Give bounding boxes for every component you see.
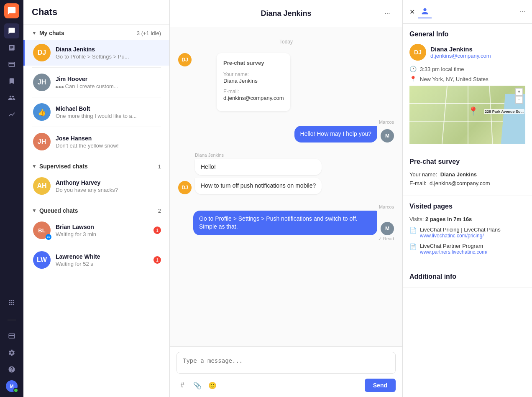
chat-item-brian-lawson[interactable]: BL m Brian Lawson Waiting for 3 min 1 bbox=[23, 217, 169, 243]
page-item-details-0: LiveChat Pricing | LiveChat Plans www.li… bbox=[420, 226, 501, 239]
panel-user-avatar: DJ bbox=[409, 44, 426, 61]
nav-analytics-icon[interactable] bbox=[4, 107, 19, 122]
chat-preview-anthony-harvey: Do you have any snacks? bbox=[56, 187, 161, 193]
msg-group-2: Diana Jenkins DJ Hello! How to turn off … bbox=[178, 153, 394, 194]
chats-sidebar: Chats ▼ My chats 3 (+1 idle) DJ Diana Je… bbox=[23, 0, 170, 397]
chat-item-jim-hoover[interactable]: JH Jim Hoover Can I create custom... bbox=[23, 69, 169, 95]
visited-pages-section: Visited pages Visits: 2 pages in 7m 16s … bbox=[403, 196, 532, 266]
user-info-row: DJ Diana Jenkins d.jenkins@company.com bbox=[409, 44, 525, 61]
local-time-value: 3:33 pm local time bbox=[420, 66, 464, 72]
nav-bookmarks-icon[interactable] bbox=[4, 74, 19, 89]
nav-apps-icon[interactable] bbox=[4, 295, 19, 310]
msg-row-1: M Hello! How may I help you? bbox=[178, 126, 394, 143]
unread-badge-brian-lawson: 1 bbox=[153, 226, 161, 234]
page-item-0: 📄 LiveChat Pricing | LiveChat Plans www.… bbox=[409, 226, 525, 239]
page-title-1: LiveChat Partner Program bbox=[420, 243, 487, 249]
additional-info-title: Additional info bbox=[409, 273, 525, 280]
avatar-diana-1: DJ bbox=[178, 181, 192, 194]
chat-preview-michael-bolt: One more thing I would like to a... bbox=[56, 113, 161, 119]
attachment-icon[interactable]: 📎 bbox=[192, 379, 203, 391]
chat-info-anthony-harvey: Anthony Harvey Do you have any snacks? bbox=[56, 179, 161, 193]
page-item-details-1: LiveChat Partner Program www.partners.li… bbox=[420, 243, 487, 255]
chat-item-jose-hansen[interactable]: JH Jose Hansen Don't eat the yellow snow… bbox=[23, 129, 169, 155]
map-address-label: 228 Park Avenue So... bbox=[484, 109, 524, 114]
chat-name-jim-hoover: Jim Hoover bbox=[56, 76, 161, 82]
divider-3 bbox=[32, 127, 161, 127]
emoji-icon[interactable]: 🙂 bbox=[207, 379, 218, 391]
my-chats-collapse-arrow[interactable]: ▼ bbox=[32, 30, 37, 36]
nav-help-icon[interactable] bbox=[4, 362, 19, 377]
page-url-0[interactable]: www.livechatinc.com/pricing/ bbox=[420, 233, 501, 239]
clock-icon: 🕐 bbox=[409, 66, 417, 72]
read-receipt: ✓ Read bbox=[178, 236, 394, 242]
supervised-chats-collapse-arrow[interactable]: ▼ bbox=[32, 163, 37, 169]
toolbar-icons: # 📎 🙂 bbox=[176, 379, 218, 391]
map-zoom-controls: + − bbox=[515, 88, 523, 104]
nav-tickets-icon[interactable] bbox=[4, 57, 19, 72]
visited-pages-title: Visited pages bbox=[409, 203, 525, 210]
nav-settings-icon[interactable] bbox=[4, 345, 19, 360]
send-button[interactable]: Send bbox=[365, 379, 396, 392]
chat-preview-jim-hoover: Can I create custom... bbox=[56, 83, 161, 89]
chat-more-options-button[interactable]: ··· bbox=[381, 7, 394, 20]
chat-name-lawrence-white: Lawrence White bbox=[56, 253, 148, 260]
survey-email-label: E-mail: bbox=[223, 89, 239, 94]
msg-row-3: M Go to Profile > Settings > Push notifi… bbox=[178, 211, 394, 235]
survey-info: Your name: Diana Jenkins E-mail: d.jenki… bbox=[409, 171, 525, 186]
chat-toolbar: # 📎 🙂 Send bbox=[176, 379, 396, 392]
date-divider: Today bbox=[178, 39, 394, 45]
pre-chat-survey-section: Pre-chat survey Your name: Diana Jenkins… bbox=[403, 151, 532, 196]
msg-bubble-1: Hello! How may I help you? bbox=[294, 126, 377, 143]
chat-item-lawrence-white[interactable]: LW Lawrence White Waiting for 52 s 1 bbox=[23, 247, 169, 273]
chat-item-michael-bolt[interactable]: 👍 Michael Bolt One more thing I would li… bbox=[23, 99, 169, 125]
queued-chats-collapse-arrow[interactable]: ▼ bbox=[32, 208, 37, 214]
chat-item-diana-jenkins[interactable]: DJ Diana Jenkins Go to Profile > Setting… bbox=[23, 40, 169, 66]
general-info-title: General Info bbox=[409, 31, 525, 38]
left-navigation: — M bbox=[0, 0, 23, 397]
avatar-marcos-2: M bbox=[381, 222, 394, 235]
map-zoom-out[interactable]: − bbox=[515, 96, 523, 104]
survey-name-value-panel: Diana Jenkins bbox=[440, 171, 477, 178]
panel-more-options-button[interactable]: ··· bbox=[520, 8, 525, 15]
survey-email-field: E-mail: d.jenkins@company.com bbox=[223, 87, 284, 101]
map-pin: 📍 bbox=[468, 106, 478, 116]
supervised-chats-count: 1 bbox=[158, 163, 161, 170]
main-chat-area: Diana Jenkins ··· Today DJ Pre-chat surv… bbox=[170, 0, 402, 397]
msg-bubble-3: How to turn off push notifications on mo… bbox=[195, 178, 322, 194]
nav-chats-icon[interactable] bbox=[4, 23, 19, 38]
nav-user-avatar[interactable]: M bbox=[4, 379, 19, 394]
visits-label: Visits: bbox=[409, 216, 424, 222]
msg-sender-marcos-1: Marcos bbox=[178, 120, 394, 125]
message-input[interactable] bbox=[176, 352, 396, 374]
chat-input-area: # 📎 🙂 Send bbox=[170, 346, 402, 397]
nav-reports-icon[interactable] bbox=[4, 40, 19, 55]
map-background: 📍 228 Park Avenue So... + − bbox=[409, 86, 525, 144]
hashtag-icon[interactable]: # bbox=[176, 379, 188, 391]
page-doc-icon-1: 📄 bbox=[409, 243, 417, 250]
divider-1 bbox=[32, 67, 161, 68]
chat-name-brian-lawson: Brian Lawson bbox=[56, 224, 148, 230]
page-url-1[interactable]: www.partners.livechatinc.com/ bbox=[420, 249, 487, 255]
msg-bubble-4: Go to Profile > Settings > Push notifica… bbox=[193, 211, 377, 235]
nav-billing-icon[interactable] bbox=[4, 328, 19, 344]
chat-info-jim-hoover: Jim Hoover Can I create custom... bbox=[56, 76, 161, 89]
survey-name-field: Your name: Diana Jenkins bbox=[223, 70, 284, 84]
user-profile-tab[interactable] bbox=[418, 5, 432, 18]
chat-info-lawrence-white: Lawrence White Waiting for 52 s bbox=[56, 253, 148, 267]
avatar-anthony-harvey: AH bbox=[33, 177, 51, 195]
msg-row-2: DJ Hello! How to turn off push notificat… bbox=[178, 159, 394, 194]
nav-contacts-icon[interactable] bbox=[4, 90, 19, 105]
my-chats-count: 3 (+1 idle) bbox=[137, 30, 161, 36]
map-zoom-in[interactable]: + bbox=[515, 88, 523, 96]
additional-info-section: Additional info bbox=[403, 266, 532, 288]
avatar-jim-hoover: JH bbox=[33, 74, 51, 91]
messages-area: Today DJ Pre-chat survey Your name: Dian… bbox=[170, 27, 402, 346]
right-details-panel: ✕ ··· General Info DJ Diana Jenkins d.je… bbox=[402, 0, 532, 397]
location-row: 📍 New York, NY, United States bbox=[409, 76, 525, 82]
msg-bubble-2: Hello! bbox=[195, 159, 322, 176]
avatar-container-brian: BL m bbox=[33, 221, 51, 239]
msg-group-1: Marcos M Hello! How may I help you? bbox=[178, 120, 394, 143]
page-doc-icon-0: 📄 bbox=[409, 227, 417, 234]
chat-item-anthony-harvey[interactable]: AH Anthony Harvey Do you have any snacks… bbox=[23, 173, 169, 199]
close-panel-button[interactable]: ✕ bbox=[409, 8, 415, 16]
